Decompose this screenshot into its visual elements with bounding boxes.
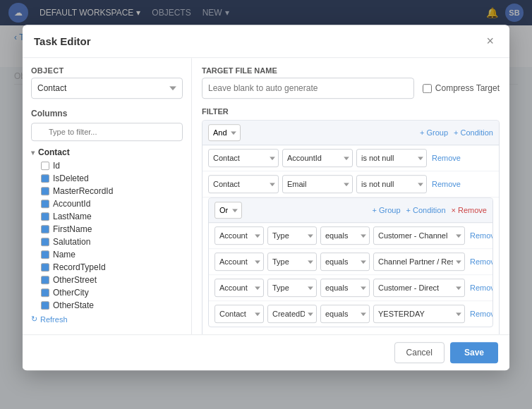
filter-and2-obj[interactable]: Contact [208,175,279,193]
list-item: MasterRecordId [41,185,183,197]
tree-children: Id IsDeleted MasterRecordId [31,159,183,312]
or-condition-button[interactable]: + Condition [406,206,446,214]
field-label-accountid: AccountId [53,199,90,209]
filter-and1-field[interactable]: AccountId [282,149,353,167]
close-button[interactable]: × [482,33,498,49]
refresh-button[interactable]: ↻ Refresh [31,312,183,326]
filter-or4-val[interactable]: YESTERDAY [373,305,465,323]
or-group-button[interactable]: + Group [373,206,401,214]
or-remove-button[interactable]: × Remove [452,206,487,214]
filter-or3-val[interactable]: Customer - Direct [373,279,465,297]
list-item: OtherState [41,299,183,312]
filter-or2-obj[interactable]: Account [214,252,264,271]
refresh-label: Refresh [40,315,68,324]
or-filter-header: Or + Group + Condition × Remove [209,198,492,223]
filter-or1-obj[interactable]: Account [214,226,264,245]
filter-or2-op[interactable]: equals [320,252,370,271]
filter-or1-remove[interactable]: Remove [470,231,493,240]
compress-checkbox[interactable] [423,84,432,93]
filter-and1-remove[interactable]: Remove [432,154,461,162]
checkbox-salutation[interactable] [41,238,49,246]
field-label-name: Name [53,250,75,260]
list-item: Name [41,248,183,261]
checkbox-name[interactable] [41,250,49,259]
field-label-firstname: FirstName [53,224,92,234]
checkbox-othercity[interactable] [41,288,49,297]
filter-and2-op[interactable]: is not null [356,175,427,193]
filter-or3-obj[interactable]: Account [214,279,264,297]
and-logic-select[interactable]: And [208,124,241,141]
cancel-button[interactable]: Cancel [394,342,445,363]
checkbox-masterrecordid[interactable] [41,187,49,195]
field-label-isdeleted: IsDeleted [53,173,89,183]
list-item: Id [41,159,183,172]
checkbox-lastname[interactable] [41,212,49,221]
search-wrap [31,123,183,141]
filter-or1-op[interactable]: equals [320,226,370,245]
tree-parent-contact[interactable]: ▾ Contact [31,145,183,159]
checkbox-recordtypeid[interactable] [41,263,49,271]
target-file-section: Target File Name Compress Target [202,66,500,99]
tree-parent-label: Contact [38,147,70,157]
list-item: RecordTypeId [41,261,183,274]
and-filter-header: And + Group + Condition [202,121,499,145]
checkbox-firstname[interactable] [41,225,49,233]
or-subgroup: Or + Group + Condition × Remove [202,197,499,334]
filter-and1-obj[interactable]: Contact [208,149,279,167]
checkbox-isdeleted[interactable] [41,174,49,183]
filter-or3-field[interactable]: Type [267,279,317,297]
modal-footer: Cancel Save [23,334,509,370]
field-label-lastname: LastName [53,212,92,221]
filter-or1-field[interactable]: Type [267,226,317,245]
and-condition-button[interactable]: + Condition [454,128,493,137]
list-item: IsDeleted [41,172,183,185]
collapse-icon: ▾ [31,149,35,157]
checkbox-otherstate[interactable] [41,301,49,310]
background-page: ☁ DEFAULT WORKSPACE ▾ OBJECTS NEW ▾ 🔔 SB… [0,0,532,409]
and-filter-group: And + Group + Condition Contact [202,120,500,334]
target-row: Compress Target [202,78,500,99]
filter-or3-remove[interactable]: Remove [470,283,493,292]
column-search-input[interactable] [31,123,183,141]
checkbox-otherstreet[interactable] [41,276,49,284]
task-editor-modal: Task Editor × Object Contact Columns [23,25,509,370]
filter-or4-remove[interactable]: Remove [470,310,493,318]
and-group-button[interactable]: + Group [420,128,448,137]
or-filter-group: Or + Group + Condition × Remove [208,197,493,327]
object-select[interactable]: Contact [31,78,183,99]
modal-header: Task Editor × [23,25,509,58]
filter-or3-op[interactable]: equals [320,279,370,297]
field-label-othercity: OtherCity [53,288,89,298]
list-item: OtherStreet [41,274,183,286]
filter-or4-op[interactable]: equals [320,305,370,323]
list-item: LastName [41,210,183,223]
columns-header: Columns [31,109,183,118]
or-filter-actions: + Group + Condition × Remove [373,206,487,214]
filter-or4-field[interactable]: CreatedDate [267,305,317,323]
filter-or4-obj[interactable]: Contact [214,305,264,323]
filter-or2-remove[interactable]: Remove [470,257,493,266]
filter-and1-op[interactable]: is not null [356,149,427,167]
refresh-icon: ↻ [31,315,37,324]
filter-or2-field[interactable]: Type [267,252,317,271]
filter-row-and-1: Contact AccountId is not null Remove [202,145,499,171]
target-filename-input[interactable] [202,78,414,99]
list-item: FirstName [41,223,183,236]
target-file-label: Target File Name [202,66,500,75]
checkbox-accountid[interactable] [41,200,49,208]
filter-row-or-1: Account Type equals Custom [209,223,492,249]
field-label-id: Id [53,161,60,171]
or-logic-select[interactable]: Or [214,202,242,219]
list-item: AccountId [41,197,183,210]
filter-and2-field[interactable]: Email [282,175,353,193]
save-button[interactable]: Save [450,342,498,363]
filter-or1-val[interactable]: Customer - Channel [373,226,465,245]
filter-row-and-2: Contact Email is not null Remove [202,171,499,197]
field-label-otherstreet: OtherStreet [53,275,97,285]
modal-title: Task Editor [34,35,91,47]
field-label-salutation: Salutation [53,237,90,247]
list-item: Salutation [41,236,183,248]
checkbox-id[interactable] [41,161,49,170]
filter-and2-remove[interactable]: Remove [432,180,461,188]
filter-or2-val[interactable]: Channel Partner / Reseller [373,252,465,271]
